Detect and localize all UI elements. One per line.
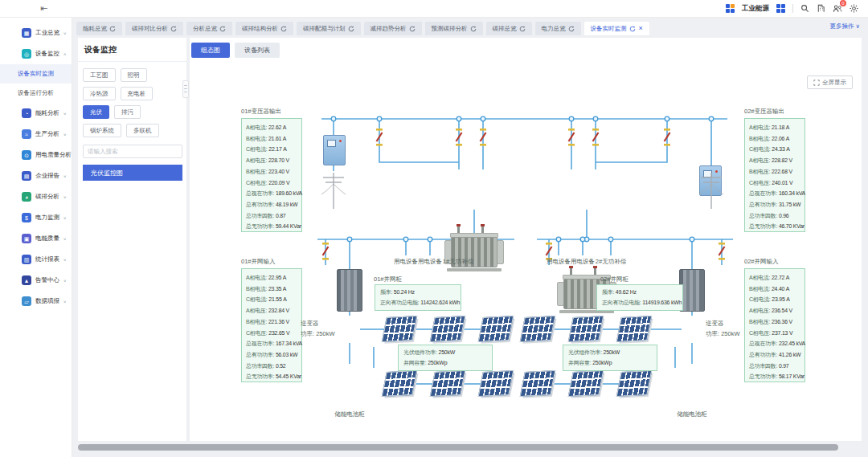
scrollbar-thumb[interactable] xyxy=(78,444,838,451)
workspace-tab[interactable]: 预测碳排分析 xyxy=(425,22,483,35)
metering-cabinet-left[interactable] xyxy=(323,135,346,165)
grid-cabinet1-device[interactable] xyxy=(337,269,362,312)
tab-refresh-icon[interactable] xyxy=(109,26,116,32)
grid1-input-panel: A相电流: 22.95 AB相电流: 23.35 AC相电流: 21.55 AA… xyxy=(241,268,302,382)
workspace-tab[interactable]: 碳排对比分析 xyxy=(125,22,183,35)
workspace-tab[interactable]: 能耗总览 xyxy=(76,22,122,35)
device-type-button[interactable]: 照明 xyxy=(121,68,147,82)
tab-refresh-icon[interactable] xyxy=(219,26,226,32)
tab-refresh-icon[interactable] xyxy=(629,26,636,32)
users-icon[interactable]: 0 xyxy=(833,4,842,13)
pv-array[interactable] xyxy=(382,316,418,342)
config-view-button[interactable]: 组态图 xyxy=(191,43,230,58)
sidebar-item[interactable]: ▦ 工业总览 ∨ xyxy=(0,22,72,43)
tab-refresh-icon[interactable] xyxy=(519,26,526,32)
device-list-button[interactable]: 设备列表 xyxy=(235,43,280,58)
transformer1-output-panel: A相电流: 22.62 AB相电流: 21.61 AC相电流: 22.17 AA… xyxy=(241,118,302,232)
device-type-button[interactable]: 锅炉系统 xyxy=(83,124,121,137)
workspace-tab[interactable]: 碳排结构分析 xyxy=(235,22,293,35)
data-row: A相电压: 236.54 V xyxy=(749,305,805,316)
tab-refresh-icon[interactable] xyxy=(409,26,416,32)
view-list: 光伏监控图 xyxy=(83,165,182,181)
tab-refresh-icon[interactable] xyxy=(280,26,287,32)
sidebar-item[interactable]: 设备运行分析 xyxy=(0,84,72,103)
device-type-button[interactable]: 排污 xyxy=(114,105,141,119)
sidebar-item[interactable]: 设备实时监测 xyxy=(0,64,72,84)
workspace-tab[interactable]: 碳排总览 xyxy=(486,22,532,35)
sidebar-item-icon: ◕ xyxy=(22,192,31,202)
chevron-icon: ∨ xyxy=(63,215,67,219)
sidebar-item[interactable]: ▲ 告警中心 ∨ xyxy=(0,270,72,291)
pv-array[interactable] xyxy=(568,370,604,397)
sidebar-item-label: 能耗分析 xyxy=(35,109,59,117)
pv-array[interactable] xyxy=(478,370,514,397)
device-type-button[interactable]: 充电桩 xyxy=(121,87,154,100)
sidebar-item[interactable]: $ 电力监测 ∨ xyxy=(0,207,72,228)
device-type-button[interactable]: 光伏 xyxy=(83,105,109,119)
sidebar-item[interactable]: ◔ 能耗分析 ∨ xyxy=(0,103,72,124)
data-row: B相电流: 21.61 A xyxy=(246,133,301,145)
transformer2-output-title: 02#变压器输出 xyxy=(744,108,784,116)
data-row: 总功率因数: 0.96 xyxy=(749,210,805,222)
tab-label: 碳排配额与计划 xyxy=(303,25,346,33)
sidebar-item[interactable]: ⊙ 用电需量分析 xyxy=(0,145,72,165)
data-row: 总无功功率: 59.44 KVar xyxy=(246,221,301,232)
sidebar-item[interactable]: ▱ 数据填报 ∨ xyxy=(0,291,72,312)
chevron-icon: ∧ xyxy=(63,51,67,55)
sidebar-collapse-icon[interactable]: ⇤ xyxy=(40,4,47,13)
settings-gear-icon[interactable] xyxy=(850,4,858,13)
horizontal-scrollbar[interactable] xyxy=(78,443,862,452)
tab-refresh-icon[interactable] xyxy=(348,26,354,32)
sidebar-item[interactable]: ▣ 电能质量 ∨ xyxy=(0,228,72,249)
tab-refresh-icon[interactable] xyxy=(170,26,177,32)
chevron-icon: ∨ xyxy=(63,111,67,115)
sidebar-item[interactable]: ◕ 碳排分析 ∨ xyxy=(0,186,72,207)
pv-array[interactable] xyxy=(382,370,418,397)
pv-array[interactable] xyxy=(478,316,514,342)
pv-array[interactable] xyxy=(520,370,556,397)
device-type-button[interactable]: 冷热源 xyxy=(83,87,116,100)
sidebar-item[interactable]: ◎ 设备监控 ∧ xyxy=(0,43,72,64)
data-row: C相电压: 240.01 V xyxy=(749,177,805,189)
pv-array2-info-box: 光伏组件功率: 250kW并网容量: 250kWp xyxy=(563,345,657,371)
tab-close-icon[interactable]: × xyxy=(639,25,643,32)
pv-array[interactable] xyxy=(568,316,604,342)
transformer2-output-panel: A相电流: 21.18 AB相电流: 22.06 AC相电流: 24.33 AA… xyxy=(744,118,805,232)
data-row: B相电压: 221.36 V xyxy=(246,316,301,328)
sidebar-item[interactable]: ≈ 生产分析 ∨ xyxy=(0,124,72,145)
app-switcher-icon[interactable] xyxy=(776,4,785,13)
sidebar-item-label: 设备实时监测 xyxy=(18,70,54,78)
top-header: ⇤ 工业能源 0 xyxy=(0,0,868,18)
device-type-button[interactable]: 多联机 xyxy=(126,124,159,137)
data-row: 光伏组件功率: 250kW xyxy=(568,348,652,358)
workspace-tab[interactable]: 碳排配额与计划 xyxy=(297,22,361,35)
load-label: 用电设备 xyxy=(418,258,442,266)
sidebar-item-label: 电力监测 xyxy=(35,214,59,222)
organization-icon[interactable] xyxy=(817,4,825,13)
tab-refresh-icon[interactable] xyxy=(568,26,575,32)
data-row: C相电压: 232.65 V xyxy=(246,328,301,339)
search-icon[interactable] xyxy=(800,4,809,13)
pv-array[interactable] xyxy=(520,316,556,342)
device-search-input[interactable] xyxy=(83,145,182,158)
pv-array[interactable] xyxy=(430,316,466,342)
pv-array[interactable] xyxy=(616,316,653,342)
fullscreen-button[interactable]: 全屏显示 xyxy=(807,75,853,89)
pv-array[interactable] xyxy=(616,370,653,397)
view-list-item[interactable]: 光伏监控图 xyxy=(83,165,182,181)
workspace-tab[interactable]: 分析总览 xyxy=(186,22,232,35)
sidebar-item[interactable]: ▥ 统计报表 ∨ xyxy=(0,249,72,270)
inverter2-label: 逆变器 功率: 250kW xyxy=(706,318,740,339)
sidebar-item[interactable]: ▤ 企业报告 ∨ xyxy=(0,165,72,186)
pv-array[interactable] xyxy=(430,370,466,397)
device-type-button[interactable]: 工艺图 xyxy=(83,68,116,82)
workspace-tab[interactable]: 减排趋势分析 xyxy=(364,22,422,35)
tab-refresh-icon[interactable] xyxy=(470,26,477,32)
workspace-tab[interactable]: 电力总览 xyxy=(535,22,581,35)
sidebar-item-icon: ◎ xyxy=(22,49,31,59)
workspace-tab[interactable]: 设备实时监测 × xyxy=(584,22,649,35)
data-row: B相电流: 24.40 A xyxy=(749,284,805,295)
cabinet1-title: 01#并网柜 xyxy=(374,275,402,284)
more-actions-link[interactable]: 更多操作 ∨ xyxy=(829,22,860,31)
panel-resize-handle[interactable] xyxy=(182,80,189,98)
